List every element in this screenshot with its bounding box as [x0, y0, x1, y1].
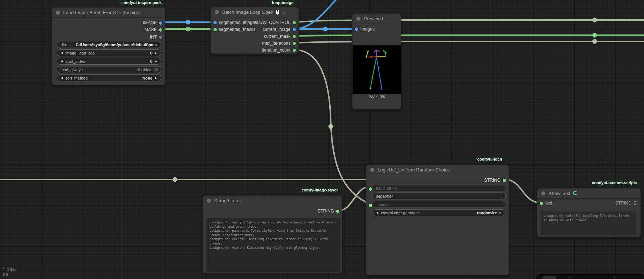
- output-label: STRING: [615, 201, 632, 206]
- output-port-string[interactable]: [502, 178, 506, 182]
- output-label: current_image: [262, 27, 290, 32]
- output-port-mask[interactable]: [159, 28, 163, 32]
- string-literal-textarea[interactable]: background: sunny afternoon on a quiet O…: [207, 218, 341, 272]
- wire-string-literal-out: [338, 187, 370, 211]
- node-title: Batch Image Loop Open: [222, 9, 273, 15]
- output-label: iteration_count: [262, 48, 290, 53]
- output-port-flow-control[interactable]: [292, 21, 296, 25]
- output-port-current-image[interactable]: [292, 28, 296, 32]
- node-preview-image[interactable]: Preview I... images: [352, 13, 401, 109]
- node-titlebar[interactable]: Batch Image Loop Open ...: [211, 7, 298, 17]
- output-port-image[interactable]: [159, 21, 163, 25]
- partial-node-separator: [614, 276, 615, 279]
- reroute-dot[interactable]: [173, 177, 178, 182]
- status-iterations: I: 0: [3, 272, 16, 277]
- widget-label: dire: [61, 43, 67, 47]
- node-titlebar[interactable]: String Literal: [203, 196, 342, 206]
- reroute-dot[interactable]: [592, 18, 597, 23]
- widget-label: start_index: [65, 59, 85, 64]
- collapse-dot-icon[interactable]: [56, 11, 60, 15]
- reroute-dot[interactable]: [592, 39, 597, 44]
- output-row: max_iterations: [257, 40, 298, 46]
- wire-random-choice-out: [505, 179, 541, 203]
- node-titlebar[interactable]: Load Image Batch From Dir (Inspire): [52, 8, 165, 18]
- partial-node-bottom-right[interactable]: [536, 274, 644, 279]
- node-string-literal[interactable]: String Literal STRING background: sunny …: [203, 195, 342, 274]
- widget-start-index[interactable]: ◀ start_index 0 ▶: [57, 58, 161, 65]
- widget-sort-method[interactable]: ◀ sort_method None ▶: [57, 74, 161, 81]
- node-titlebar[interactable]: Show Text: [537, 189, 640, 199]
- output-port-string[interactable]: [336, 209, 340, 213]
- decrement-arrow-icon[interactable]: ◀: [61, 60, 63, 63]
- widget-ellipsis: ...: [70, 43, 73, 47]
- reroute-dot[interactable]: [186, 20, 191, 25]
- increment-arrow-icon[interactable]: ▶: [155, 52, 157, 54]
- toggle-knob[interactable]: [154, 67, 159, 72]
- widget-label: input_string: [376, 186, 397, 190]
- widget-separator[interactable]: separator ,: [372, 193, 506, 199]
- node-tag-comfy-image-saver: comfy-image-saver: [299, 187, 341, 193]
- decrement-arrow-icon[interactable]: ◀: [376, 211, 378, 214]
- reroute-dot[interactable]: [323, 27, 328, 32]
- collapse-dot-icon[interactable]: [207, 199, 211, 203]
- increment-arrow-icon[interactable]: ▶: [500, 211, 502, 214]
- node-title: Load Image Batch From Dir (Inspire): [63, 10, 140, 15]
- collapse-dot-icon[interactable]: [541, 191, 545, 195]
- node-graph-canvas[interactable]: comfyui-inspire-pack loop-image comfyui-…: [0, 0, 644, 279]
- widget-seed[interactable]: seed: [372, 201, 506, 208]
- input-label: images: [360, 27, 375, 32]
- widget-load-always[interactable]: load_always disabled: [57, 66, 161, 73]
- node-tag-inspire-pack: comfyui-inspire-pack: [119, 0, 164, 5]
- reroute-dot[interactable]: [186, 27, 191, 32]
- preview-pose-image: [352, 45, 401, 94]
- widget-directory[interactable]: dire ... C:\Users\syui\git\comfyui\user\…: [57, 41, 161, 48]
- node-title: String Literal: [214, 198, 241, 203]
- node-title: Preview I...: [364, 16, 387, 21]
- reroute-dot[interactable]: [329, 124, 333, 129]
- output-row: STRING: [366, 177, 509, 183]
- input-row: text: [537, 199, 574, 206]
- output-row: INT: [52, 33, 165, 40]
- collapse-dot-icon[interactable]: [215, 10, 219, 14]
- node-titlebar[interactable]: LogicUtil_Uniform Random Choice: [366, 165, 509, 175]
- grid-handle-icon[interactable]: [634, 201, 637, 205]
- show-text-textarea[interactable]: background: colorful bustling Takeshita …: [541, 211, 636, 235]
- image-resolution-caption: 768 × 768: [352, 94, 401, 98]
- input-label: text: [545, 201, 552, 206]
- node-tag-custom-scripts: comfyui-custom-scripts: [589, 180, 640, 186]
- input-row: images: [352, 25, 389, 32]
- output-label: IMAGE: [143, 20, 157, 25]
- collapse-dot-icon[interactable]: [356, 17, 360, 21]
- reroute-dot[interactable]: [592, 33, 597, 38]
- increment-arrow-icon[interactable]: ▶: [155, 60, 157, 63]
- node-batch-image-loop[interactable]: Batch Image Loop Open ... segmented_imag…: [211, 7, 299, 54]
- wire-max-iterations: [295, 41, 644, 43]
- input-row: segmented_images: [211, 19, 258, 26]
- widget-value: C:\Users\syui\git\comfyui\user\default\p…: [76, 43, 157, 47]
- collapse-dot-icon[interactable]: [370, 168, 374, 172]
- input-port-text[interactable]: [539, 201, 543, 205]
- widget-value: 0: [150, 59, 152, 64]
- output-port-int[interactable]: [159, 35, 163, 39]
- input-port-segmented-images[interactable]: [213, 21, 217, 25]
- node-load-image-batch[interactable]: Load Image Batch From Dir (Inspire) IMAG…: [52, 7, 165, 85]
- widget-image-load-cap[interactable]: ◀ image_load_cap 0 ▶: [57, 49, 161, 56]
- node-tag-comfyui-jdcn: comfyui-jdcn: [475, 157, 505, 162]
- output-label: MASK: [144, 27, 157, 32]
- output-port-current-mask[interactable]: [292, 35, 296, 39]
- node-uniform-random-choice[interactable]: LogicUtil_Uniform Random Choice STRING i…: [366, 165, 509, 275]
- output-port-iteration-count[interactable]: [292, 48, 296, 52]
- output-port-max-iterations[interactable]: [292, 41, 296, 45]
- decrement-arrow-icon[interactable]: ◀: [61, 77, 63, 80]
- input-port-images[interactable]: [355, 27, 359, 31]
- widget-control-after-generate[interactable]: ◀ control after generate randomize ▶: [372, 209, 506, 216]
- wire-current-image-branch: [295, 0, 337, 29]
- increment-arrow-icon[interactable]: ▶: [155, 77, 157, 80]
- widget-input-string[interactable]: input_string: [372, 185, 506, 191]
- decrement-arrow-icon[interactable]: ◀: [61, 52, 63, 54]
- input-port-segmented-masks[interactable]: [213, 28, 217, 32]
- node-show-text[interactable]: Show Text text STRING backgro: [537, 188, 641, 237]
- rabbit-icon: [275, 10, 280, 15]
- widget-value: 0: [150, 51, 152, 55]
- node-titlebar[interactable]: Preview I...: [352, 14, 401, 24]
